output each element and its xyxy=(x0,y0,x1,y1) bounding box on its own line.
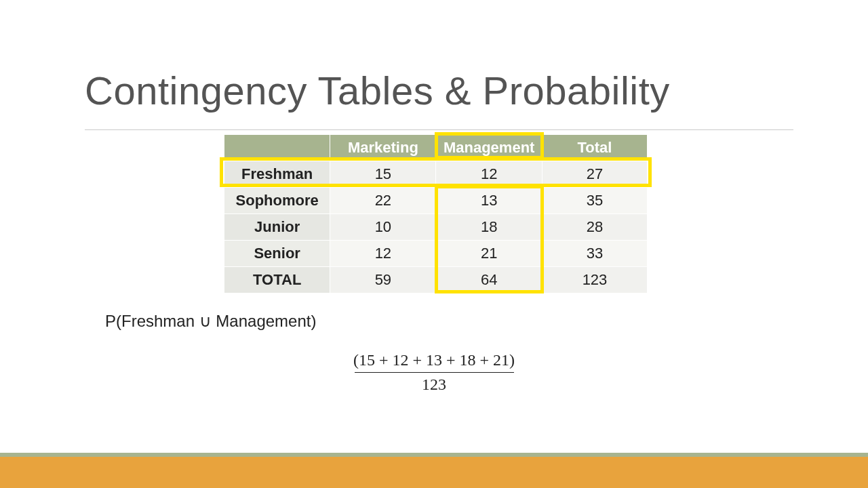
cell: 10 xyxy=(330,214,436,241)
cell: 64 xyxy=(436,267,542,293)
table-row: Freshman 15 12 27 xyxy=(224,161,648,188)
cell: 28 xyxy=(542,214,647,241)
table-row: Junior 10 18 28 xyxy=(224,214,648,241)
header-management: Management xyxy=(436,135,542,161)
header-total: Total xyxy=(542,135,647,161)
probability-expression-label: P(Freshman ∪ Management) xyxy=(105,312,316,331)
cell: 33 xyxy=(542,241,647,267)
header-marketing: Marketing xyxy=(330,135,436,161)
slide: Contingency Tables & Probability Marketi… xyxy=(0,0,868,488)
row-label-sophomore: Sophomore xyxy=(224,188,330,214)
cell: 123 xyxy=(542,267,647,293)
cell: 18 xyxy=(436,214,542,241)
cell: 12 xyxy=(436,161,542,188)
slide-title: Contingency Tables & Probability xyxy=(85,68,670,113)
contingency-table: Marketing Management Total Freshman 15 1… xyxy=(224,134,648,293)
cell: 22 xyxy=(330,188,436,214)
table-row: Sophomore 22 13 35 xyxy=(224,188,648,214)
cell: 12 xyxy=(330,241,436,267)
cell: 21 xyxy=(436,241,542,267)
fraction-denominator: 123 xyxy=(0,374,868,395)
probability-fraction: (15 + 12 + 13 + 18 + 21) 123 xyxy=(0,350,868,395)
row-label-senior: Senior xyxy=(224,241,330,267)
contingency-table-wrap: Marketing Management Total Freshman 15 1… xyxy=(224,134,648,293)
fraction-numerator: (15 + 12 + 13 + 18 + 21) xyxy=(0,350,868,371)
cell: 13 xyxy=(436,188,542,214)
fraction-bar xyxy=(355,372,514,373)
table-row-total: TOTAL 59 64 123 xyxy=(224,267,648,293)
cell: 27 xyxy=(542,161,647,188)
table-header-row: Marketing Management Total xyxy=(224,135,648,161)
cell: 59 xyxy=(330,267,436,293)
header-corner xyxy=(224,135,330,161)
title-divider xyxy=(85,129,793,130)
footer-stripe-orange xyxy=(0,457,868,488)
slide-footer xyxy=(0,453,868,488)
cell: 35 xyxy=(542,188,647,214)
cell: 15 xyxy=(330,161,436,188)
row-label-freshman: Freshman xyxy=(224,161,330,188)
table-row: Senior 12 21 33 xyxy=(224,241,648,267)
row-label-total: TOTAL xyxy=(224,267,330,293)
row-label-junior: Junior xyxy=(224,214,330,241)
